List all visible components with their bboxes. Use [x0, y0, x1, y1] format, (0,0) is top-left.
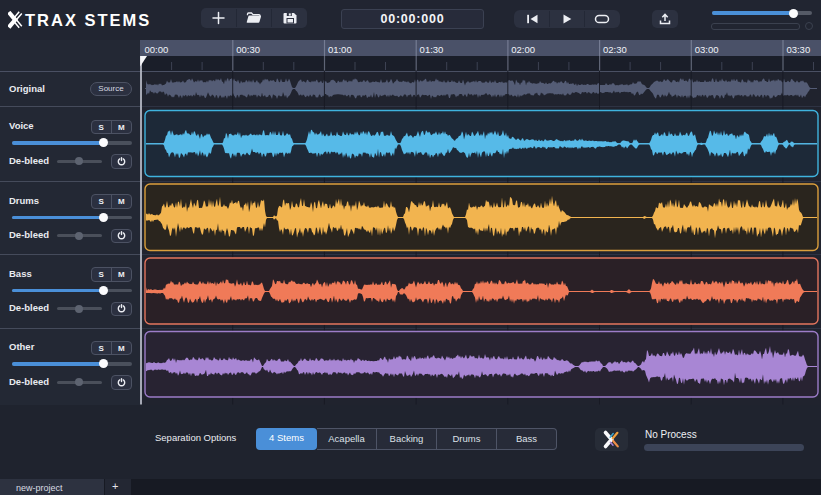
svg-text:00:00: 00:00 — [145, 44, 169, 55]
svg-text:01:00: 01:00 — [328, 44, 352, 55]
svg-text:01:30: 01:30 — [420, 44, 444, 55]
svg-text:03:00: 03:00 — [695, 44, 719, 55]
svg-text:02:00: 02:00 — [511, 44, 535, 55]
svg-text:00:30: 00:30 — [236, 44, 260, 55]
svg-text:02:30: 02:30 — [603, 44, 627, 55]
svg-text:03:30: 03:30 — [786, 44, 810, 55]
